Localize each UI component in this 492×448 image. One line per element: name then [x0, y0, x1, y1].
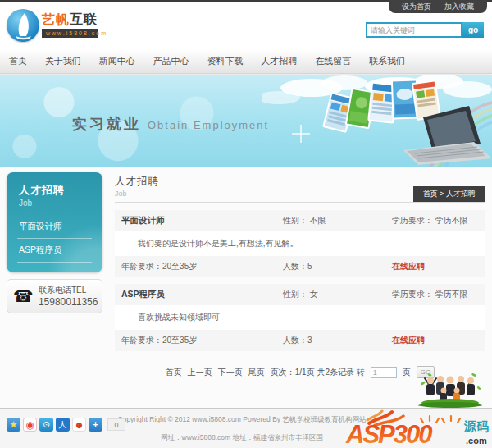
main-nav: 首页 关于我们 新闻中心 产品中心 资料下载 人才招聘 在线留言 联系我们 [0, 49, 492, 74]
search-go-button[interactable]: go [462, 22, 484, 38]
share-qzone-icon[interactable]: ★ [7, 418, 20, 432]
job-description: 我们要的是设计师不是美工,有想法,有见解。 [115, 231, 485, 256]
share-baidu-icon[interactable]: ☻ [72, 418, 86, 432]
nav-item-downloads[interactable]: 资料下载 [207, 55, 243, 67]
sail-logo-icon [7, 9, 39, 42]
job-list: 平面设计师 性别： 不限 学历要求： 学历不限 我们要的是设计师不是美工,有想法… [115, 210, 485, 351]
sidebar-item-graphic-designer[interactable]: 平面设计师 [17, 215, 92, 239]
nav-item-about[interactable]: 关于我们 [45, 55, 81, 67]
job-title: 平面设计师 [115, 215, 283, 226]
job-education: 学历要求： 学历不限 [392, 215, 485, 226]
nav-item-contact[interactable]: 联系我们 [369, 55, 405, 67]
job-title: ASP程序员 [115, 289, 283, 300]
job-row: ASP程序员 性别： 女 学历要求： 学历不限 喜欢挑战未知领域即可 年龄要求：… [115, 284, 485, 351]
top-links: 设为首页 加入收藏 [389, 0, 487, 13]
share-tencent-weibo-icon[interactable]: ⊙ [39, 418, 53, 432]
page-last-link[interactable]: 尾页 [248, 367, 265, 378]
sidebar-title: 人才招聘 [19, 183, 90, 198]
brand-primary: 艺帆 [42, 12, 70, 26]
sidebar-item-asp-programmer[interactable]: ASP程序员 [17, 239, 92, 263]
nav-item-news[interactable]: 新闻中心 [99, 55, 135, 67]
nav-item-jobs[interactable]: 人才招聘 [261, 55, 297, 67]
sidebar-job-menu: 人才招聘 Job 平面设计师 ASP程序员 [7, 172, 102, 272]
banner-title-en: Obtain Employment [148, 119, 269, 131]
asp300-suffix-text: .com [466, 436, 487, 446]
share-renren-icon[interactable]: 人 [56, 418, 70, 432]
footer-info-text: 网址：www.i5808.com 地址：福建省泉州市丰泽区国 [107, 433, 377, 443]
pagination-stats: 页次：1/1页 共2条记录 转 [271, 367, 365, 378]
banner-illustration [262, 75, 492, 167]
contact-label: 联系电话TEL [39, 285, 98, 296]
breadcrumb[interactable]: 首页 > 人才招聘 [413, 186, 485, 202]
brand-url: www.i5808.com [42, 29, 98, 38]
page-next-link[interactable]: 下一页 [218, 367, 243, 378]
banner-title-cn: 实习就业 [72, 116, 141, 132]
main-content: 人才招聘 Job 首页 > 人才招聘 平面设计师 性别： 不限 学历要求： 学历… [115, 167, 485, 378]
page-unit-label: 页 [403, 367, 411, 378]
brand-secondary: 互联 [70, 12, 98, 26]
apply-online-link[interactable]: 在线应聘 [392, 261, 485, 272]
nav-item-guestbook[interactable]: 在线留言 [315, 55, 351, 67]
contact-box: ☎ 联系电话TEL 15980011356 [7, 279, 102, 313]
section-header: 人才招聘 Job 首页 > 人才招聘 [115, 167, 485, 203]
job-age: 年龄要求：20至35岁 [115, 335, 283, 346]
job-age: 年龄要求：20至35岁 [115, 261, 283, 272]
page: 设为首页 加入收藏 艺帆互联 www.i5808.com go 首页 [0, 0, 492, 448]
share-more-icon[interactable]: + [89, 418, 102, 432]
job-description: 喜欢挑战未知领域即可 [115, 305, 485, 330]
logo[interactable]: 艺帆互联 www.i5808.com [7, 9, 98, 42]
asp300-watermark: ASP300 源码 .com [344, 409, 492, 448]
search-bar: go [366, 22, 484, 38]
job-education: 学历要求： 学历不限 [392, 289, 485, 300]
copyright-text: Copyright Right © 2012 www.i5808.com Pow… [107, 415, 377, 425]
sidebar-subtitle: Job [19, 199, 90, 208]
page-first-link[interactable]: 首页 [166, 367, 182, 378]
banner-title: 实习就业Obtain Employment [72, 114, 269, 134]
share-bar: ★ ◉ ⊙ 人 ☻ + 0 [7, 418, 125, 432]
job-row: 平面设计师 性别： 不限 学历要求： 学历不限 我们要的是设计师不是美工,有想法… [115, 210, 485, 277]
banner: 实习就业Obtain Employment [0, 75, 492, 167]
job-headcount: 人数：5 [283, 261, 392, 272]
job-headcount: 人数：3 [283, 335, 392, 346]
apply-online-link[interactable]: 在线应聘 [392, 335, 485, 346]
people-illustration [417, 370, 484, 408]
asp300-tag-text: 源码 [463, 419, 489, 433]
share-count: 0 [107, 418, 125, 431]
nav-item-home[interactable]: 首页 [9, 55, 27, 67]
add-favorite-link[interactable]: 加入收藏 [444, 2, 474, 12]
search-input[interactable] [366, 22, 462, 38]
nav-item-products[interactable]: 产品中心 [153, 55, 189, 67]
job-gender: 性别： 不限 [283, 215, 392, 226]
share-weibo-icon[interactable]: ◉ [23, 418, 37, 432]
brand-name: 艺帆互联 [42, 12, 98, 27]
footer-text: Copyright Right © 2012 www.i5808.com Pow… [107, 415, 377, 443]
job-gender: 性别： 女 [283, 289, 392, 300]
page-number-input[interactable] [371, 367, 397, 378]
set-home-link[interactable]: 设为首页 [402, 2, 431, 12]
page-prev-link[interactable]: 上一页 [188, 367, 212, 378]
asp300-brand-text: ASP300 [345, 420, 432, 448]
contact-phone: 15980011356 [39, 296, 98, 308]
telephone-icon: ☎ [13, 288, 34, 304]
